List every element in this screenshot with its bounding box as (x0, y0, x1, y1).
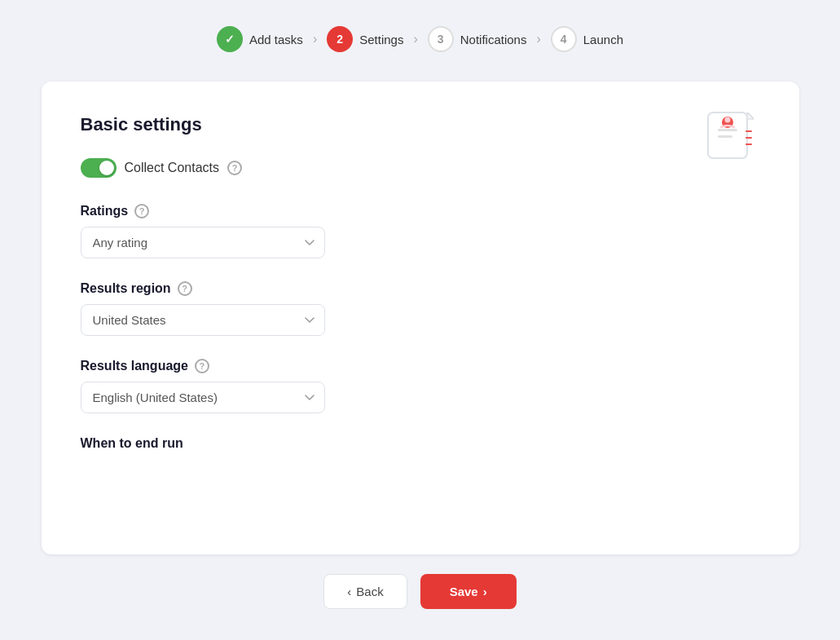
back-arrow-icon: ‹ (347, 585, 351, 598)
ratings-label: Ratings (81, 204, 129, 218)
stepper: ✓ Add tasks › 2 Settings › 3 Notificatio… (217, 16, 623, 62)
svg-rect-6 (745, 137, 752, 139)
step-settings: 2 Settings (327, 26, 403, 52)
collect-contacts-row: Collect Contacts ? (81, 158, 760, 178)
step-arrow-1: › (313, 32, 317, 46)
results-language-help-icon[interactable]: ? (195, 359, 209, 373)
section-title: Basic settings (81, 114, 760, 135)
step-label-notifications: Notifications (460, 33, 527, 46)
ratings-field-group: Ratings ? Any rating 4+ stars 3+ stars 2… (81, 204, 760, 258)
when-to-end-run-label: When to end run (81, 436, 183, 451)
step-circle-settings: 2 (327, 26, 353, 52)
ratings-label-row: Ratings ? (81, 204, 760, 218)
collect-contacts-help-icon[interactable]: ? (227, 161, 242, 175)
step-circle-add-tasks: ✓ (217, 26, 243, 52)
step-launch: 4 Launch (551, 26, 623, 52)
when-to-end-run-group: When to end run (81, 436, 760, 451)
results-language-label-row: Results language ? (81, 359, 760, 373)
svg-rect-1 (718, 129, 737, 131)
step-notifications: 3 Notifications (428, 26, 527, 52)
step-circle-notifications: 3 (428, 26, 454, 52)
step-arrow-3: › (536, 32, 540, 46)
results-region-label: Results region (81, 281, 171, 296)
collect-contacts-toggle[interactable] (81, 158, 117, 178)
save-arrow-icon: › (483, 585, 487, 598)
step-label-launch: Launch (583, 33, 623, 46)
results-language-select[interactable]: English (United States) English (UK) Fre… (81, 382, 325, 413)
save-button[interactable]: Save › (420, 574, 517, 609)
when-to-end-run-label-row: When to end run (81, 436, 760, 451)
back-button[interactable]: ‹ Back (323, 574, 407, 609)
back-button-label: Back (356, 585, 383, 598)
collect-contacts-label: Collect Contacts (125, 161, 220, 175)
results-region-help-icon[interactable]: ? (178, 281, 192, 296)
svg-point-4 (724, 117, 730, 123)
results-language-field-group: Results language ? English (United State… (81, 359, 760, 413)
contact-illustration (701, 104, 760, 163)
step-circle-launch: 4 (551, 26, 577, 52)
main-card: Basic settings Collect Contacts ? Rating… (42, 82, 799, 554)
step-label-settings: Settings (359, 33, 403, 46)
save-button-label: Save (450, 585, 478, 598)
svg-rect-5 (745, 130, 752, 132)
results-region-label-row: Results region ? (81, 281, 760, 296)
ratings-select[interactable]: Any rating 4+ stars 3+ stars 2+ stars 1+… (81, 227, 325, 258)
step-add-tasks: ✓ Add tasks (217, 26, 303, 52)
results-language-label: Results language (81, 359, 188, 373)
svg-rect-2 (718, 135, 732, 138)
bottom-bar: ‹ Back Save › (323, 574, 516, 609)
results-region-field-group: Results region ? United States United Ki… (81, 281, 760, 336)
step-arrow-2: › (413, 32, 417, 46)
step-label-add-tasks: Add tasks (249, 33, 303, 46)
results-region-select[interactable]: United States United Kingdom Canada Aust… (81, 304, 325, 336)
svg-rect-7 (745, 143, 752, 145)
ratings-help-icon[interactable]: ? (134, 204, 149, 218)
